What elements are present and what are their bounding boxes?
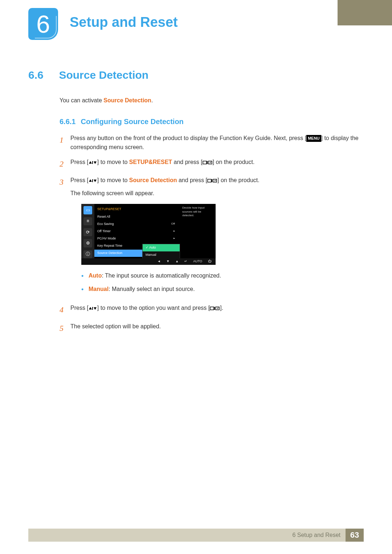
- svg-rect-10: [212, 179, 212, 182]
- step-body: Press any button on the front of the pro…: [70, 134, 364, 152]
- step-text: ] to move to: [97, 177, 129, 183]
- osd-item-arrow-icon: ▸: [173, 236, 176, 241]
- content-area: 6.6 Source Detection You can activate So…: [28, 69, 364, 340]
- up-down-arrow-icon: [89, 159, 97, 165]
- svg-rect-7: [92, 179, 93, 182]
- osd-sidebar: ▭ ≡ ⟳ ⚙ ⓘ: [81, 204, 94, 258]
- svg-rect-16: [214, 307, 215, 310]
- bullet-text: : The input source is automatically reco…: [102, 272, 221, 279]
- osd-footer-up-icon: ▲: [175, 259, 179, 264]
- osd-item-value: Off: [171, 222, 176, 227]
- osd-option-manual: Manual: [143, 251, 180, 259]
- step-number: 5: [60, 322, 70, 335]
- step-number: 4: [60, 304, 70, 316]
- osd-footer-auto-label: AUTO: [193, 259, 202, 264]
- bullet-text: : Manually select an input source.: [109, 286, 195, 292]
- step-text: ] to move to the option you want and pre…: [97, 305, 210, 311]
- footer-page-number: 63: [346, 529, 364, 542]
- osd-item-eco: Eco SavingOff: [94, 221, 179, 228]
- up-down-arrow-icon: [89, 305, 97, 311]
- section-title: Source Detection: [59, 69, 148, 81]
- page-footer: 6 Setup and Reset 63: [28, 529, 364, 542]
- osd-footer-power-icon: ⏻: [208, 259, 211, 264]
- step-highlight: SETUP&RESET: [129, 159, 172, 165]
- svg-rect-15: [210, 307, 214, 310]
- step-text: and press [: [177, 177, 207, 183]
- svg-marker-8: [94, 180, 97, 182]
- step-text: ] to move to: [97, 159, 129, 165]
- svg-rect-13: [92, 307, 93, 310]
- osd-sidebar-icon-color: ≡: [83, 217, 92, 225]
- osd-item-label: Eco Saving: [97, 222, 114, 227]
- osd-item-pcav: PC/AV Mode▸: [94, 235, 179, 242]
- osd-item-reset: Reset All: [94, 213, 179, 221]
- intro-highlight: Source Detection: [103, 97, 151, 103]
- osd-item-label: PC/AV Mode: [97, 236, 116, 241]
- step-4: 4 Press [] to move to the option you wan…: [60, 304, 364, 316]
- step-text: Press any button on the front of the pro…: [70, 135, 306, 141]
- source-enter-icon: [210, 305, 220, 311]
- osd-footer-enter-icon: ↵: [184, 259, 187, 264]
- osd-item-label: Source Detection: [97, 251, 122, 256]
- svg-rect-9: [208, 179, 211, 182]
- step-2: 2 Press [] to move to SETUP&RESET and pr…: [60, 158, 364, 170]
- step-number: 2: [60, 158, 70, 170]
- bullet-manual: • Manual: Manually select an input sourc…: [81, 285, 364, 294]
- step-text: ] on the product.: [217, 177, 260, 183]
- step-body: The selected option will be applied.: [70, 322, 364, 335]
- step-text: and press [: [172, 159, 203, 165]
- svg-rect-3: [203, 161, 207, 164]
- step-number: 1: [60, 134, 70, 152]
- osd-option-auto: ✓ Auto: [143, 244, 180, 251]
- svg-marker-0: [89, 161, 92, 164]
- step-1: 1 Press any button on the front of the p…: [60, 134, 364, 152]
- svg-marker-14: [94, 307, 97, 310]
- svg-marker-2: [94, 161, 97, 164]
- intro-prefix: You can activate: [60, 97, 103, 103]
- menu-key-icon: MENU: [306, 135, 321, 142]
- source-enter-icon: [203, 159, 213, 165]
- step-body: Press [] to move to SETUP&RESET and pres…: [70, 158, 364, 170]
- osd-submenu: ✓ Auto Manual: [142, 244, 180, 259]
- step-body: Press [] to move to the option you want …: [70, 304, 364, 316]
- footer-chapter-label: 6 Setup and Reset: [292, 532, 346, 538]
- osd-help-text: Decide how input sources will be detecte…: [179, 204, 216, 258]
- bullet-icon: •: [81, 285, 89, 294]
- step-3: 3 Press [] to move to Source Detection a…: [60, 176, 364, 298]
- step-text: ] on the product.: [213, 159, 255, 165]
- osd-menu-header: SETUP&RESET: [94, 205, 179, 213]
- step-5: 5 The selected option will be applied.: [60, 322, 364, 335]
- svg-marker-12: [89, 307, 92, 309]
- step-body: Press [] to move to Source Detection and…: [70, 176, 364, 298]
- bullet-highlight: Manual: [89, 286, 109, 292]
- step-text: Press [: [70, 159, 89, 165]
- intro-suffix: .: [151, 97, 153, 103]
- osd-item-arrow-icon: ▸: [173, 229, 176, 234]
- osd-item-label: Reset All: [97, 214, 110, 219]
- subsection-heading: 6.6.1Configuring Source Detection: [60, 118, 364, 126]
- intro-text: You can activate Source Detection.: [60, 97, 364, 104]
- section-heading: 6.6 Source Detection: [28, 69, 364, 81]
- section-number: 6.6: [28, 69, 57, 81]
- osd-item-label: Key Repeat Time: [97, 243, 122, 249]
- bullet-auto: • Auto: The input source is automaticall…: [81, 271, 364, 280]
- step-text: Press [: [70, 177, 89, 183]
- step-text: Press [: [70, 305, 89, 311]
- up-down-arrow-icon: [89, 177, 97, 183]
- chapter-badge: 6: [28, 8, 58, 40]
- osd-sidebar-icon-info: ⓘ: [83, 250, 92, 258]
- osd-sidebar-icon-picture: ▭: [83, 206, 92, 214]
- svg-marker-6: [89, 179, 92, 182]
- option-descriptions: • Auto: The input source is automaticall…: [81, 271, 364, 294]
- source-enter-icon: [207, 177, 217, 183]
- subsection-title: Configuring Source Detection: [81, 118, 183, 126]
- osd-footer-left-icon: ◄: [157, 259, 160, 264]
- step-text: ].: [220, 305, 223, 311]
- steps-list: 1 Press any button on the front of the p…: [60, 134, 364, 335]
- svg-rect-1: [92, 161, 93, 164]
- osd-footer-bar: ◄ ▼ ▲ ↵ AUTO ⏻: [81, 258, 216, 265]
- step-number: 3: [60, 176, 70, 298]
- osd-footer-down-icon: ▼: [166, 259, 170, 264]
- osd-sidebar-icon-size: ⟳: [83, 228, 92, 236]
- osd-option-label: Auto: [149, 246, 156, 249]
